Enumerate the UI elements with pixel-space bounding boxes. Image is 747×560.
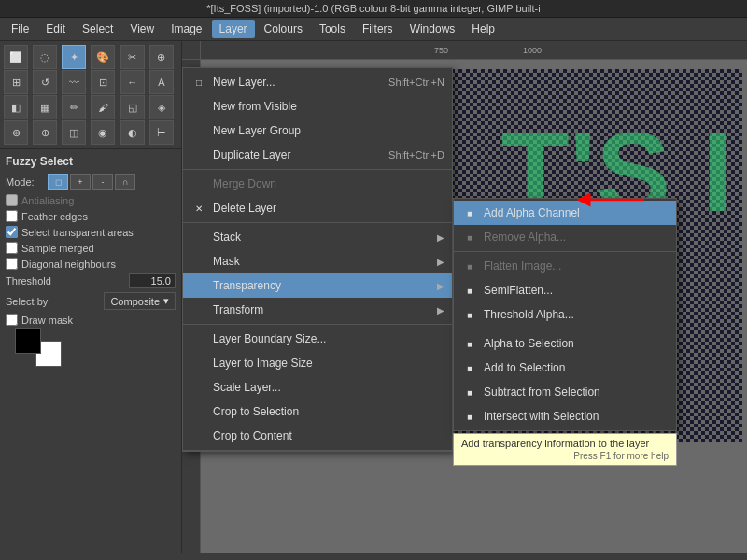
- layer-menu-delete[interactable]: ✕ Delete Layer: [183, 196, 452, 220]
- menu-image[interactable]: Image: [163, 20, 209, 38]
- select-by-row: Select by Composite ▾: [6, 292, 176, 310]
- layer-menu-section-3: Stack ▶ Mask ▶ Transparency ▶ Transform …: [183, 223, 452, 325]
- layer-menu-boundary-size[interactable]: Layer Boundary Size...: [183, 327, 452, 351]
- layer-menu-new-from-visible[interactable]: New from Visible: [183, 94, 452, 119]
- mode-buttons: ◻ + - ∩: [48, 174, 135, 190]
- tool-flip[interactable]: ↔: [120, 70, 145, 94]
- tool-healing[interactable]: ⊕: [33, 120, 57, 145]
- select-transparent-label: Select transparent areas: [21, 227, 134, 238]
- diagonal-neighbours-checkbox[interactable]: [6, 258, 18, 270]
- layer-menu-scale[interactable]: Scale Layer...: [183, 375, 452, 399]
- layer-menu-crop-content[interactable]: Crop to Content: [183, 424, 452, 448]
- submenu-semiflatten[interactable]: ■ SemiFlatten...: [454, 278, 676, 302]
- threshold-value: 15.0: [129, 273, 176, 288]
- tool-airbrush[interactable]: ◈: [149, 95, 174, 119]
- antialiasing-checkbox[interactable]: [6, 194, 18, 206]
- tool-foreground-select[interactable]: ⊕: [149, 45, 174, 69]
- menu-colours[interactable]: Colours: [257, 20, 310, 38]
- mode-add[interactable]: +: [70, 174, 91, 190]
- submenu-add-to-selection[interactable]: ■ Add to Selection: [454, 356, 676, 380]
- tool-options: Fuzzy Select Mode: ◻ + - ∩ Antialiasing …: [0, 149, 181, 553]
- tool-free-select[interactable]: ⬜: [4, 45, 28, 69]
- draw-mask-label: Draw mask: [21, 315, 73, 326]
- tool-lasso[interactable]: ◌: [33, 45, 57, 69]
- flatten-icon: ■: [461, 258, 478, 274]
- add-alpha-icon: ■: [461, 204, 478, 221]
- submenu-flatten[interactable]: ■ Flatten Image...: [454, 254, 676, 278]
- layer-menu-section-1: □ New Layer... Shift+Ctrl+N New from Vis…: [183, 68, 452, 170]
- tool-measure[interactable]: ⊢: [149, 120, 174, 145]
- menu-select[interactable]: Select: [75, 20, 120, 38]
- layer-menu-mask[interactable]: Mask ▶: [183, 249, 452, 273]
- new-layer-icon: □: [190, 74, 207, 91]
- new-from-visible-icon: [190, 98, 207, 115]
- foreground-color-swatch[interactable]: [15, 328, 41, 354]
- layer-menu-new-group[interactable]: New Layer Group: [183, 119, 452, 143]
- to-image-size-icon: [190, 355, 207, 371]
- new-group-icon: [190, 122, 207, 139]
- menu-help[interactable]: Help: [464, 20, 502, 38]
- tool-eraser[interactable]: ◱: [120, 95, 145, 119]
- add-selection-icon: ■: [461, 359, 478, 376]
- tool-color-select[interactable]: 🎨: [91, 45, 115, 69]
- tool-fuzzy-select[interactable]: ✦: [62, 45, 86, 69]
- tool-warp[interactable]: 〰: [62, 70, 86, 94]
- mode-subtract[interactable]: -: [92, 174, 113, 190]
- transform-arrow-icon: ▶: [437, 305, 444, 315]
- semiflatten-icon: ■: [461, 282, 478, 299]
- crop-selection-icon: [190, 403, 207, 420]
- menu-filters[interactable]: Filters: [355, 20, 401, 38]
- layer-menu-duplicate[interactable]: Duplicate Layer Shift+Ctrl+D: [183, 143, 452, 167]
- tool-crop[interactable]: ⊞: [4, 70, 28, 94]
- tool-gradient[interactable]: ▦: [33, 95, 57, 119]
- tool-pencil[interactable]: ✏: [62, 95, 86, 119]
- layer-menu-to-image-size[interactable]: Layer to Image Size: [183, 351, 452, 375]
- submenu-threshold-alpha[interactable]: ■ Threshold Alpha...: [454, 302, 676, 327]
- select-by-dropdown[interactable]: Composite ▾: [104, 292, 176, 310]
- submenu-add-alpha[interactable]: ■ Add Alpha Channel: [454, 201, 676, 225]
- menu-layer[interactable]: Layer: [212, 20, 255, 38]
- layer-menu: □ New Layer... Shift+Ctrl+N New from Vis…: [182, 67, 453, 452]
- tool-paintbrush[interactable]: 🖌: [91, 95, 115, 119]
- menu-tools[interactable]: Tools: [312, 20, 353, 38]
- mode-intersect[interactable]: ∩: [115, 174, 135, 190]
- layer-menu-new-layer[interactable]: □ New Layer... Shift+Ctrl+N: [183, 70, 452, 94]
- mode-replace[interactable]: ◻: [48, 174, 68, 190]
- menu-file[interactable]: File: [4, 20, 36, 38]
- sample-merged-checkbox[interactable]: [6, 242, 18, 254]
- menu-view[interactable]: View: [122, 20, 162, 38]
- stack-arrow-icon: ▶: [437, 232, 444, 243]
- transparency-submenu: ■ Add Alpha Channel ■ Remove Alpha... ■ …: [453, 198, 677, 431]
- tool-blur[interactable]: ◉: [91, 120, 115, 145]
- delete-layer-icon: ✕: [190, 200, 207, 217]
- select-transparent-checkbox[interactable]: [6, 226, 18, 238]
- ruler-corner: [182, 41, 201, 60]
- tool-bucket-fill[interactable]: ◧: [4, 95, 28, 119]
- tool-dodge[interactable]: ◐: [120, 120, 145, 145]
- menu-edit[interactable]: Edit: [38, 20, 73, 38]
- mode-row: Mode: ◻ + - ∩: [6, 174, 176, 190]
- submenu-subtract-from-selection[interactable]: ■ Subtract from Selection: [454, 380, 676, 404]
- menu-windows[interactable]: Windows: [402, 20, 463, 38]
- tool-scissors[interactable]: ✂: [120, 45, 145, 69]
- tool-perspective[interactable]: ⊡: [91, 70, 115, 94]
- submenu-intersect-selection[interactable]: ■ Intersect with Selection: [454, 404, 676, 428]
- tool-clone[interactable]: ⊛: [4, 120, 28, 145]
- layer-menu-transparency[interactable]: Transparency ▶: [183, 273, 452, 298]
- sample-merged-label: Sample merged: [21, 243, 94, 254]
- tool-text[interactable]: A: [149, 70, 174, 94]
- layer-menu-stack[interactable]: Stack ▶: [183, 225, 452, 249]
- submenu-remove-alpha[interactable]: ■ Remove Alpha...: [454, 225, 676, 249]
- tool-perspective-clone[interactable]: ◫: [62, 120, 86, 145]
- submenu-alpha-to-selection[interactable]: ■ Alpha to Selection: [454, 331, 676, 356]
- title-text: *[Its_FOSS] (imported)-1.0 (RGB colour 8…: [206, 3, 540, 14]
- subtract-selection-icon: ■: [461, 384, 478, 400]
- threshold-label: Threshold: [6, 275, 129, 287]
- draw-mask-checkbox[interactable]: [6, 314, 18, 326]
- feather-edges-checkbox[interactable]: [6, 210, 18, 222]
- tool-transform[interactable]: ↺: [33, 70, 57, 94]
- layer-menu-transform[interactable]: Transform ▶: [183, 298, 452, 322]
- layer-menu-crop-selection[interactable]: Crop to Selection: [183, 399, 452, 424]
- alpha-selection-icon: ■: [461, 335, 478, 352]
- select-by-text: Composite: [110, 296, 160, 307]
